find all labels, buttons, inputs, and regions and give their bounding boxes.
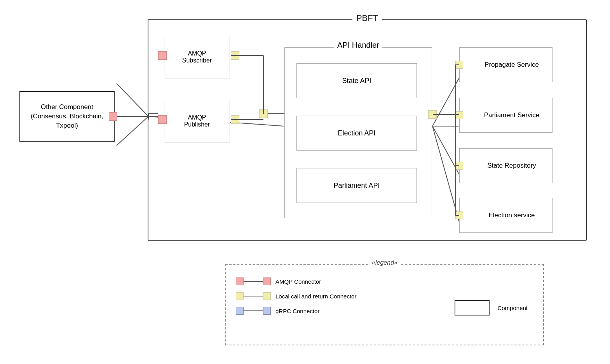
legend-grpc-line [244, 310, 263, 311]
legend-grpc-sq-left [236, 307, 244, 315]
state-repo-left-connector [455, 162, 463, 170]
diagram-container: Other Component(Consensus, Blockchain,Tx… [12, 8, 598, 248]
parliament-api-label: Parliament API [333, 182, 380, 190]
legend-amqp-label: AMQP Connector [275, 278, 321, 285]
propagate-service-label: Propagate Service [485, 61, 539, 69]
amqp-subscriber-box: AMQPSubscriber [164, 36, 230, 78]
election-service-label: Election service [488, 211, 535, 219]
legend-local-line [244, 296, 263, 296]
legend-amqp-line [244, 281, 263, 282]
state-api-label: State API [342, 77, 371, 85]
legend-local-item: Local call and return Connector [236, 292, 533, 300]
amqp-sub-left-connector [158, 51, 167, 60]
parliament-api-box: Parliament API [296, 168, 417, 203]
legend-grpc-sq-right [263, 307, 271, 315]
state-repository-label: State Repository [487, 162, 536, 170]
parliament-left-connector [455, 111, 463, 119]
election-service-left-connector [455, 211, 463, 219]
legend-title: «legend» [368, 259, 401, 266]
legend-container: «legend» AMQP Connector Local call and r… [225, 264, 544, 345]
election-api-label: Election API [338, 129, 375, 137]
api-handler-box: API Handler State API Election API Parli… [284, 47, 432, 218]
amqp-sub-right-connector [231, 51, 239, 60]
amqp-pub-left-connector [158, 115, 167, 124]
legend-amqp-sq-left [236, 277, 244, 285]
legend-component-box [455, 300, 490, 315]
amqp-publisher-label: AMQPPublisher [184, 114, 210, 128]
propagate-service-box: Propagate Service [459, 47, 552, 82]
amqp-publisher-box: AMQPPublisher [164, 100, 230, 142]
legend-amqp-connector [236, 277, 271, 285]
legend-local-label: Local call and return Connector [275, 293, 356, 300]
state-repository-box: State Repository [459, 148, 552, 183]
state-api-box: State API [296, 63, 417, 98]
election-service-box: Election service [459, 198, 552, 233]
legend-local-sq-left [236, 292, 244, 300]
parliament-service-label: Parliament Service [484, 111, 540, 119]
api-handler-label: API Handler [334, 41, 382, 50]
election-api-box: Election API [296, 116, 417, 151]
pbft-box: PBFT AMQPSubscriber AMQPPublisher API Ha… [148, 19, 587, 241]
legend-grpc-connector [236, 307, 271, 315]
amqp-subscriber-label: AMQPSubscriber [182, 50, 212, 64]
pbft-label: PBFT [352, 13, 382, 23]
other-component-box: Other Component(Consensus, Blockchain,Tx… [19, 91, 115, 142]
legend-amqp-item: AMQP Connector [236, 277, 533, 285]
svg-line-1 [117, 83, 148, 116]
parliament-service-box: Parliament Service [459, 98, 552, 133]
api-handler-right-connector [428, 110, 437, 119]
propagate-left-connector [455, 61, 463, 69]
legend-grpc-label: gRPC Connector [275, 308, 319, 314]
legend-amqp-sq-right [263, 277, 271, 285]
svg-line-3 [117, 116, 148, 146]
legend-component-item: Component [455, 300, 528, 315]
legend-component-label: Component [497, 305, 528, 311]
amqp-to-api-connector [259, 109, 268, 118]
legend-local-connector [236, 292, 271, 300]
amqp-pub-right-connector [231, 115, 239, 124]
legend-local-sq-right [263, 292, 271, 300]
other-component-right-connector [109, 112, 117, 121]
other-component-label: Other Component(Consensus, Blockchain,Tx… [31, 102, 103, 130]
